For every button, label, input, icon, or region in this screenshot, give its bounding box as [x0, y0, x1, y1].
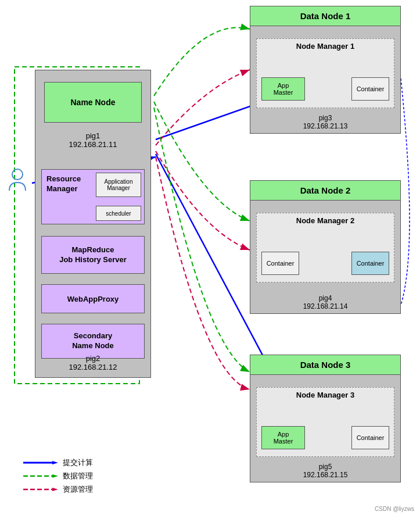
- application-manager-box: ApplicationManager: [96, 173, 141, 197]
- node-manager-2-label: Node Manager 2: [257, 213, 394, 228]
- svg-marker-12: [52, 461, 58, 464]
- node-manager-3-label: Node Manager 3: [257, 388, 394, 402]
- data-node-2: Data Node 2 Node Manager 2 Container Con…: [250, 180, 401, 314]
- node-manager-1-label: Node Manager 1: [257, 39, 394, 53]
- data-node-1: Data Node 1 Node Manager 1 AppMaster Con…: [250, 6, 401, 134]
- data-node-3-label: Data Node 3: [250, 355, 400, 375]
- user-icon: [6, 169, 29, 198]
- pig5-label: pig5 192.168.21.15: [250, 463, 400, 479]
- container-2a: Container: [261, 252, 299, 275]
- scheduler-box: scheduler: [96, 206, 141, 221]
- mapreduce-label: MapReduceJob History Server: [59, 245, 127, 265]
- container-1: Container: [351, 77, 389, 101]
- resource-manager-box: ResourceManager ApplicationManager sched…: [41, 169, 145, 224]
- webapp-proxy-label: WebAppProxy: [67, 295, 119, 303]
- secondary-name-node-box: SecondaryName Node: [41, 324, 145, 359]
- scheduler-label: scheduler: [106, 210, 131, 217]
- svg-point-10: [12, 169, 23, 180]
- legend-resource-label: 资源管理: [63, 484, 93, 495]
- svg-marker-14: [52, 474, 58, 478]
- webapp-proxy-box: WebAppProxy: [41, 284, 145, 313]
- diagram-container: Name Node pig1 192.168.21.11 ResourceMan…: [0, 0, 420, 515]
- legend-submit: 提交计算: [23, 457, 93, 468]
- pig2-label: pig2 192.168.21.12: [35, 354, 150, 371]
- secondary-name-node-label: SecondaryName Node: [72, 331, 114, 351]
- svg-marker-16: [52, 488, 58, 491]
- mapreduce-box: MapReduceJob History Server: [41, 236, 145, 274]
- data-node-1-label: Data Node 1: [250, 6, 400, 26]
- application-manager-label: ApplicationManager: [105, 178, 133, 191]
- legend-resource: 资源管理: [23, 484, 93, 495]
- app-master-1: AppMaster: [261, 77, 305, 101]
- container-2b: Container: [351, 252, 389, 275]
- name-node-box: Name Node: [44, 82, 142, 123]
- legend-submit-label: 提交计算: [63, 457, 93, 468]
- watermark: CSDN @liyzws: [375, 506, 414, 512]
- legend-data-label: 数据管理: [63, 471, 93, 481]
- data-node-3: Data Node 3 Node Manager 3 AppMaster Con…: [250, 355, 401, 482]
- app-master-3: AppMaster: [261, 426, 305, 449]
- pig4-label: pig4 192.168.21.14: [250, 294, 400, 310]
- node-manager-2-box: Node Manager 2 Container Container: [256, 213, 394, 282]
- pig1-label: pig1 192.168.21.11: [44, 131, 142, 149]
- pig3-label: pig3 192.168.21.13: [250, 114, 400, 130]
- master-node-box: Name Node pig1 192.168.21.11 ResourceMan…: [35, 70, 151, 378]
- data-node-2-label: Data Node 2: [250, 181, 400, 201]
- legend-data: 数据管理: [23, 471, 93, 481]
- node-manager-3-box: Node Manager 3 AppMaster Container: [256, 387, 394, 457]
- name-node-label: Name Node: [70, 98, 115, 107]
- container-3: Container: [351, 426, 389, 449]
- node-manager-1-box: Node Manager 1 AppMaster Container: [256, 38, 394, 108]
- legend: 提交计算 数据管理 资源管理: [23, 457, 93, 498]
- resource-manager-label: ResourceManager: [46, 174, 81, 194]
